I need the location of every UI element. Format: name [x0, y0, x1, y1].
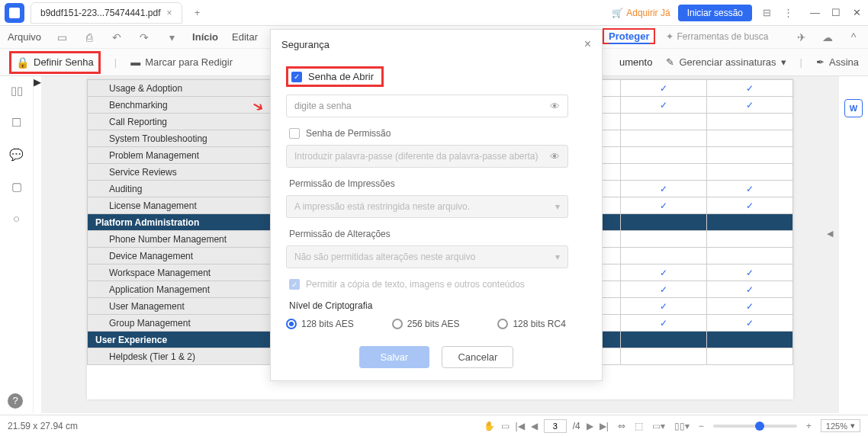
lock-icon: 🔒 — [16, 56, 29, 69]
login-button[interactable]: Iniciar sessão — [678, 5, 752, 21]
change-permission-select: Não são permitidas alterações neste arqu… — [286, 245, 568, 268]
hand-tool-icon[interactable]: ✋ — [484, 421, 495, 431]
cloud-icon[interactable]: ☁ — [821, 31, 834, 43]
acquire-link[interactable]: 🛒 Adquirir Já — [612, 8, 670, 18]
radio-icon — [392, 319, 403, 329]
row-label: Call Reporting — [88, 114, 278, 130]
fit-width-icon[interactable]: ⇔ — [618, 421, 625, 431]
left-sidebar: ▯▯ ☐ 💬 ▢ ○ — [0, 76, 34, 413]
chevron-down-icon: ▾ — [781, 56, 786, 68]
zoom-slider[interactable] — [713, 425, 797, 428]
row-label: Phone Number Management — [88, 231, 278, 248]
permission-password-input: Introduzir palavra-passe (diferente da p… — [286, 145, 568, 168]
send-icon[interactable]: ✈ — [795, 31, 809, 43]
cart-icon: 🛒 — [612, 8, 623, 18]
close-window-icon[interactable]: ✕ — [853, 7, 863, 18]
print-icon[interactable]: ⎙ — [82, 31, 96, 43]
page-number-input[interactable] — [544, 419, 567, 433]
dropdown-icon[interactable]: ▾ — [165, 31, 178, 43]
minimize-icon[interactable]: — — [810, 7, 821, 18]
row-label: License Management — [88, 197, 278, 214]
security-dialog: Segurança × ➔ ✓ Senha de Abrir digite a … — [270, 29, 603, 381]
comment-icon[interactable]: 💬 — [9, 148, 24, 162]
gerenciar-assinaturas-button[interactable]: ✎ Gerenciar assinaturas ▾ — [666, 56, 786, 68]
radio-128-aes[interactable]: 128 bits AES — [286, 319, 354, 329]
pen-icon: ✒ — [816, 56, 825, 68]
right-sidebar: W — [839, 76, 868, 413]
zoom-out-icon[interactable]: − — [699, 421, 704, 431]
collapse-icon[interactable]: ^ — [847, 31, 860, 43]
perm-alter-label: Permissão de Alterações — [289, 229, 587, 239]
prev-page-icon[interactable]: ◀ — [531, 421, 538, 431]
menu-inicio[interactable]: Início — [192, 31, 218, 43]
menu-ferramentas[interactable]: ✦ Ferramentas de busca — [666, 31, 768, 42]
thumbnails-icon[interactable]: ▯▯ — [11, 84, 23, 98]
checkbox-senha-abrir-checked[interactable]: ✓ — [291, 72, 302, 82]
word-export-icon[interactable]: W — [844, 99, 863, 117]
toggle-icon[interactable]: ⊟ — [760, 6, 773, 20]
chevron-down-icon: ▾ — [850, 421, 855, 431]
menu-editar[interactable]: Editar — [232, 31, 258, 43]
last-page-icon[interactable]: ▶| — [600, 421, 609, 431]
senha-permissao-row[interactable]: Senha de Permissão — [289, 128, 587, 139]
help-icon[interactable]: ? — [8, 393, 23, 409]
redact-icon: ▬ — [130, 56, 140, 68]
open-icon[interactable]: ▭ — [55, 31, 69, 43]
print-permission-select: A impressão está restringida neste arqui… — [286, 195, 568, 218]
left-expand-handle[interactable]: ▶ — [34, 76, 41, 413]
maximize-icon[interactable]: ☐ — [831, 7, 842, 18]
new-tab-button[interactable]: + — [188, 4, 207, 22]
marcar-redigir-button[interactable]: ▬ Marcar para Redigir — [130, 56, 233, 68]
menu-proteger-highlighted[interactable]: Proteger — [603, 28, 655, 44]
undo-icon[interactable]: ↶ — [110, 31, 124, 43]
permitir-copia-row: ✓ Permitir a cópia de texto, imagens e o… — [289, 279, 587, 290]
row-label: Usage & Adoption — [88, 80, 278, 97]
view-mode-icon[interactable]: ▭▾ — [652, 421, 665, 431]
search-icon[interactable]: ○ — [13, 212, 20, 225]
nivel-cripto-label: Nível de Criptografia — [289, 300, 587, 311]
checkbox-senha-permissao[interactable] — [289, 128, 300, 139]
section-header: User Experience — [88, 332, 278, 348]
eye-icon: 👁 — [550, 151, 560, 162]
row-label: Helpdesk (Tier 1 & 2) — [88, 348, 278, 365]
row-label: Workspace Management — [88, 264, 278, 281]
partial-umento-label[interactable]: umento — [619, 56, 652, 68]
bookmark-icon[interactable]: ☐ — [11, 116, 21, 130]
encryption-radios: 128 bits AES 256 bits AES 128 bits RC4 — [286, 319, 587, 329]
row-label: Service Reviews — [88, 164, 278, 181]
radio-icon — [497, 319, 508, 329]
next-page-icon[interactable]: ▶ — [587, 421, 593, 431]
cancel-button[interactable]: Cancelar — [442, 346, 513, 368]
first-page-icon[interactable]: |◀ — [516, 421, 525, 431]
layout-icon[interactable]: ▯▯▾ — [674, 421, 690, 431]
tab-filename: b9ddf151-223...75474441.pdf — [40, 8, 160, 18]
radio-128-rc4[interactable]: 128 bits RC4 — [497, 319, 565, 329]
dialog-close-icon[interactable]: × — [584, 37, 591, 51]
perm-impress-label: Permissão de Impressões — [289, 178, 587, 189]
select-tool-icon[interactable]: ▭ — [501, 421, 510, 431]
attachment-icon[interactable]: ▢ — [11, 180, 22, 194]
signature-icon: ✎ — [666, 56, 674, 68]
assinar-button[interactable]: ✒ Assina — [816, 56, 859, 68]
page-dimensions: 21.59 x 27.94 cm — [8, 421, 78, 431]
close-tab-icon[interactable]: × — [166, 8, 172, 18]
save-button[interactable]: Salvar — [359, 346, 430, 368]
row-label: Auditing — [88, 181, 278, 197]
definir-senha-button-highlighted[interactable]: 🔒 Definir Senha — [9, 51, 101, 74]
row-label: System Troubleshooting — [88, 130, 278, 147]
menu-arquivo[interactable]: Arquivo — [8, 31, 41, 43]
radio-256-aes[interactable]: 256 bits AES — [392, 319, 460, 329]
title-bar: b9ddf151-223...75474441.pdf × + 🛒 Adquir… — [0, 0, 868, 26]
row-label: Group Management — [88, 315, 278, 332]
zoom-in-icon[interactable]: + — [806, 421, 812, 431]
row-label: Device Management — [88, 248, 278, 264]
redo-icon[interactable]: ↷ — [137, 31, 151, 43]
open-password-input[interactable]: digite a senha 👁 — [286, 95, 568, 117]
kebab-icon[interactable]: ⋮ — [781, 6, 795, 20]
fit-page-icon[interactable]: ⬚ — [635, 421, 643, 431]
senha-abrir-highlighted[interactable]: ✓ Senha de Abrir — [286, 66, 384, 87]
eye-icon[interactable]: 👁 — [550, 101, 560, 112]
document-tab[interactable]: b9ddf151-223...75474441.pdf × — [31, 2, 182, 24]
zoom-value[interactable]: 125%▾ — [821, 419, 860, 432]
right-expand-handle[interactable]: ◀ — [827, 229, 833, 239]
